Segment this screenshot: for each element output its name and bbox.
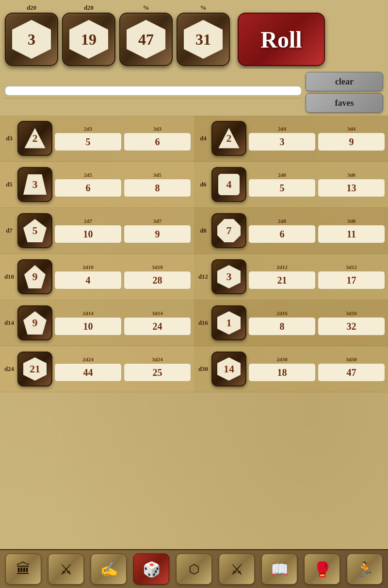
3d10-label: 3d10 [124,264,191,270]
3d30-button[interactable]: 47 [318,363,385,382]
faves-button[interactable]: faves [306,93,383,113]
formula-input[interactable] [5,86,302,96]
3d12-button[interactable]: 17 [318,271,385,289]
3d16-button[interactable]: 32 [318,317,385,336]
2d12-button[interactable]: 21 [248,271,316,289]
d8-row: d8 7 2d8 6 3d8 11 [194,208,388,254]
nav-notes-button[interactable]: ✍ [91,554,127,585]
d16-button[interactable]: 1 [211,305,246,340]
d16-multi: 2d16 8 [248,310,316,336]
d8-button[interactable]: 7 [211,213,246,248]
d3-button[interactable]: 2 [17,121,52,156]
d10-multi2: 3d10 28 [124,264,191,289]
percent-first-button[interactable]: 47 [119,13,173,66]
2d24-value: 44 [83,367,93,378]
2d14-value: 10 [83,321,93,332]
nav-adventure-button[interactable]: 🏃 [347,554,383,585]
3d14-value: 24 [153,321,162,332]
d12-multi: 2d12 21 [248,264,316,289]
3d24-label: 3d24 [124,356,191,362]
nav-rules-button[interactable]: 🏛 [5,554,41,585]
2d10-value: 4 [86,275,91,286]
2d10-button[interactable]: 4 [54,271,122,289]
3d7-button[interactable]: 9 [124,225,191,243]
3d8-button[interactable]: 11 [318,225,385,243]
percent-second-button[interactable]: 31 [177,13,230,66]
3d12-label: 3d12 [318,264,385,270]
3d7-value: 9 [155,229,160,240]
2d6-label: 2d6 [248,172,316,178]
2d10-label: 2d10 [54,264,122,270]
3d8-label: 3d8 [318,218,385,224]
2d3-label: 2d3 [54,126,122,132]
2d6-button[interactable]: 5 [248,179,316,197]
3d10-value: 28 [153,275,162,286]
3d10-button[interactable]: 28 [124,271,191,289]
d8-multi: 2d8 6 [248,218,316,243]
3d6-label: 3d6 [318,172,385,178]
2d8-button[interactable]: 6 [248,225,316,243]
input-buttons: clear faves [306,72,383,113]
nav-martial-button[interactable]: 🥊 [304,554,340,585]
d10-label: d10 [3,273,16,281]
2d24-button[interactable]: 44 [54,363,122,382]
3d5-button[interactable]: 8 [124,179,191,197]
2d7-label: 2d7 [54,218,122,224]
d10-button[interactable]: 9 [17,259,52,294]
martial-icon: 🥊 [313,561,331,578]
d7-button[interactable]: 5 [17,213,52,248]
2d3-value: 5 [86,136,91,148]
d20-second-button[interactable]: 19 [62,13,115,66]
d20-first-button[interactable]: 3 [5,13,58,66]
d14-button[interactable]: 9 [17,305,52,340]
nav-polyhedron-button[interactable]: ⬡ [176,554,212,585]
d24-button[interactable]: 21 [17,352,52,386]
d4-button[interactable]: 2 [211,121,246,156]
top-bar: d20 3 d20 19 % 47 % [0,0,388,69]
2d7-button[interactable]: 10 [54,225,122,243]
3d14-button[interactable]: 24 [124,317,191,336]
nav-combat-button[interactable]: ⚔ [219,554,255,585]
d8-label: d8 [197,227,210,235]
3d7-label: 3d7 [124,218,191,224]
nav-dice-button[interactable]: 🎲 [133,554,169,585]
combat-icon: ⚔ [230,561,243,578]
die-label-2: % [143,4,149,12]
2d3-button[interactable]: 5 [54,133,122,151]
d14-multi2: 3d14 24 [124,310,191,336]
3d12-value: 17 [347,275,356,286]
3d6-button[interactable]: 13 [318,179,385,197]
3d4-value: 9 [349,136,354,148]
d6-button[interactable]: 4 [211,167,246,202]
bottom-nav: 🏛 ⚔ ✍ 🎲 ⬡ ⚔ 📖 🥊 🏃 [0,549,388,588]
2d24-label: 2d24 [54,356,122,362]
d6-row: d6 4 2d6 5 3d6 13 [194,162,388,208]
nav-spells-button[interactable]: 📖 [261,554,297,585]
d3-multi2: 3d3 6 [124,126,191,151]
roll-button[interactable]: Roll [238,13,325,66]
d5-row: d5 3 2d5 6 3d5 8 [0,162,194,208]
die-group-3: % 31 [177,4,230,66]
3d30-label: 3d30 [318,356,385,362]
2d30-button[interactable]: 18 [248,363,316,382]
dice-icon: 🎲 [143,561,161,578]
3d14-label: 3d14 [124,310,191,316]
d16-row: d16 1 2d16 8 3d16 32 [194,300,388,346]
d5-label: d5 [3,181,16,188]
adventure-icon: 🏃 [356,561,374,578]
3d3-button[interactable]: 6 [124,133,191,151]
d12-button[interactable]: 3 [211,259,246,294]
d5-button[interactable]: 3 [17,167,52,202]
2d5-button[interactable]: 6 [54,179,122,197]
hex-shape-3: 31 [184,20,223,59]
2d4-button[interactable]: 3 [248,133,316,151]
2d14-button[interactable]: 10 [54,317,122,336]
nav-weapons-button[interactable]: ⚔ [48,554,84,585]
d5-value: 3 [32,178,38,191]
d30-button[interactable]: 14 [211,352,246,386]
3d4-button[interactable]: 9 [318,133,385,151]
3d24-button[interactable]: 25 [124,363,191,382]
2d16-button[interactable]: 8 [248,317,316,336]
clear-button[interactable]: clear [306,72,383,91]
d4-value: 2 [226,132,232,145]
